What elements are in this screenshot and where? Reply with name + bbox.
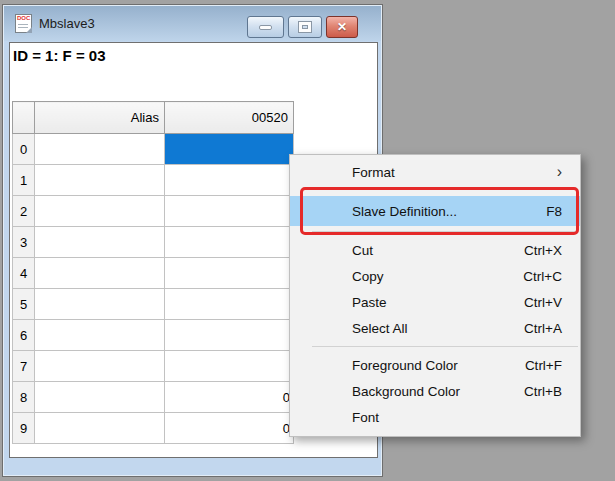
table-row: 3 [13,227,294,258]
menu-item-format[interactable]: Format› [290,158,580,186]
menu-item-cut[interactable]: CutCtrl+X [290,237,580,263]
menu-item-shortcut: Ctrl+A [524,321,562,336]
row-header-7[interactable]: 7 [13,351,35,382]
row-header-9[interactable]: 9 [13,413,35,444]
cell-value[interactable]: 0 [165,382,294,413]
table-row: 6 [13,320,294,351]
cell-alias[interactable] [35,258,165,289]
menu-separator [312,346,578,347]
table-row: 0 [13,134,294,165]
window-titlebar[interactable]: DOC Mbslave3 ✕ [4,6,381,41]
row-header-0[interactable]: 0 [13,134,35,165]
row-header-6[interactable]: 6 [13,320,35,351]
restore-button[interactable] [288,16,322,38]
document-icon: DOC [15,14,32,33]
close-button[interactable]: ✕ [326,16,358,38]
table-row: 7 [13,351,294,382]
grid-header: Alias00520 [13,102,294,134]
cell-value[interactable] [165,196,294,227]
menu-item-shortcut: Ctrl+V [524,295,562,310]
cell-alias[interactable] [35,351,165,382]
row-header-4[interactable]: 4 [13,258,35,289]
menu-separator [312,231,578,232]
menu-item-shortcut: Ctrl+B [524,384,562,399]
menu-item-label: Background Color [352,384,524,399]
table-row: 90 [13,413,294,444]
menu-item-foreground-color[interactable]: Foreground ColorCtrl+F [290,352,580,378]
menu-item-background-color[interactable]: Background ColorCtrl+B [290,378,580,404]
cell-value[interactable] [165,227,294,258]
menu-item-slave-definition[interactable]: Slave Definition...F8 [290,196,580,226]
table-row: 1 [13,165,294,196]
cell-alias[interactable] [35,413,165,444]
cell-value[interactable] [165,258,294,289]
status-line: ID = 1: F = 03 [13,47,106,64]
menu-item-shortcut: Ctrl+F [525,358,562,373]
menu-item-shortcut: Ctrl+X [524,243,562,258]
restore-icon [299,22,311,32]
grid-header-row: Alias00520 [13,102,294,134]
cell-alias[interactable] [35,134,165,165]
menu-item-label: Copy [352,269,523,284]
cell-alias[interactable] [35,196,165,227]
menu-item-copy[interactable]: CopyCtrl+C [290,263,580,289]
menu-item-label: Foreground Color [352,358,525,373]
register-grid: Alias00520 012345678090 [12,101,294,444]
menu-item-shortcut: F8 [546,204,562,219]
menu-item-label: Paste [352,295,524,310]
menu-item-font[interactable]: Font [290,404,580,430]
table-row: 80 [13,382,294,413]
menu-item-label: Slave Definition... [352,204,546,219]
row-header-3[interactable]: 3 [13,227,35,258]
submenu-arrow-icon: › [557,164,562,180]
row-header-5[interactable]: 5 [13,289,35,320]
cell-alias[interactable] [35,289,165,320]
cell-value[interactable] [165,320,294,351]
cell-value[interactable]: 0 [165,413,294,444]
row-header-8[interactable]: 8 [13,382,35,413]
cell-alias[interactable] [35,165,165,196]
menu-item-shortcut: Ctrl+C [523,269,562,284]
table-row: 2 [13,196,294,227]
grid-body: 012345678090 [13,134,294,444]
minimize-icon [259,25,272,30]
menu-item-label: Format [352,165,557,180]
cell-alias[interactable] [35,320,165,351]
column-header-00520: 00520 [165,102,294,134]
document-icon-label: DOC [17,15,30,22]
cell-value[interactable] [165,165,294,196]
cell-alias[interactable] [35,382,165,413]
menu-item-label: Cut [352,243,524,258]
menu-item-label: Select All [352,321,524,336]
table-row: 5 [13,289,294,320]
window-controls: ✕ [247,16,358,38]
close-icon: ✕ [337,20,347,34]
menu-item-label: Font [352,410,562,425]
cell-value[interactable] [165,289,294,320]
menu-item-select-all[interactable]: Select AllCtrl+A [290,315,580,341]
minimize-button[interactable] [247,16,284,38]
window-title: Mbslave3 [39,16,95,31]
cell-alias[interactable] [35,227,165,258]
table-row: 4 [13,258,294,289]
cell-value[interactable] [165,351,294,382]
column-header-Alias: Alias [35,102,165,134]
row-header-2[interactable]: 2 [13,196,35,227]
context-menu: Format›Slave Definition...F8CutCtrl+XCop… [289,154,581,437]
menu-item-paste[interactable]: PasteCtrl+V [290,289,580,315]
row-header-1[interactable]: 1 [13,165,35,196]
desktop-background: DOC Mbslave3 ✕ ID = 1: F = 03 [0,0,615,481]
corner-header [13,102,35,134]
cell-value-selected[interactable] [165,134,294,165]
